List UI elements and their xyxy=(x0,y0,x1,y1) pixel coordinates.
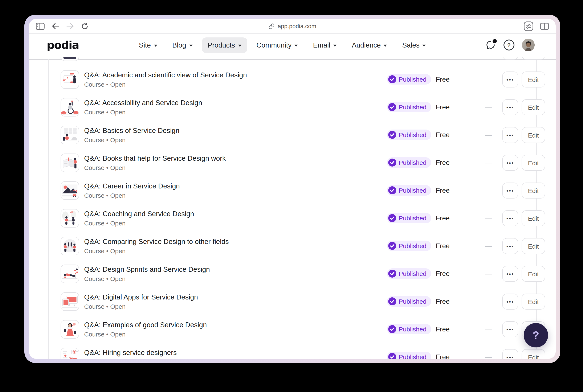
product-text: Q&A: Career in Service Design Course • O… xyxy=(84,182,387,199)
price-cell: Free xyxy=(436,326,474,333)
product-text: Q&A: Accessibility and Service Design Co… xyxy=(84,99,387,116)
check-circle-icon xyxy=(388,103,396,111)
price-cell: Free xyxy=(436,242,474,250)
edit-button[interactable]: Edit xyxy=(522,72,545,88)
nav-item-community[interactable]: Community xyxy=(250,37,304,53)
sales-cell: — xyxy=(474,214,502,222)
price-cell: Free xyxy=(436,214,474,222)
more-actions-button[interactable]: ••• xyxy=(502,182,518,198)
edit-button[interactable]: Edit xyxy=(522,182,545,198)
product-text: Q&A: Digital Apps for Service Design Cou… xyxy=(84,293,387,310)
edit-button[interactable]: Edit xyxy=(522,127,545,143)
more-actions-button[interactable]: ••• xyxy=(502,72,518,88)
price-cell: Free xyxy=(436,298,474,305)
product-row[interactable]: Q&A: Hiring service designers Course • O… xyxy=(29,343,556,359)
product-row[interactable]: Q&A: Coaching and Service Design Course … xyxy=(29,204,556,232)
product-row[interactable]: Q&A: Digital Apps for Service Design Cou… xyxy=(29,288,556,316)
status-badge-label: Published xyxy=(399,353,426,359)
status-badge-label: Published xyxy=(399,326,426,333)
nav-item-sales[interactable]: Sales xyxy=(396,37,432,53)
status-badge: Published xyxy=(387,102,431,112)
floating-help-button[interactable]: ? xyxy=(524,323,548,348)
status-cell: Published xyxy=(387,185,436,196)
check-circle-icon xyxy=(388,214,396,222)
nav-item-email[interactable]: Email xyxy=(307,37,342,53)
more-actions-button[interactable]: ••• xyxy=(502,321,518,337)
product-title: Q&A: Accessibility and Service Design xyxy=(84,99,387,107)
status-cell: Published xyxy=(387,157,436,168)
sliders-settings-icon[interactable] xyxy=(524,21,533,31)
chat-bubble-icon[interactable] xyxy=(486,40,496,50)
status-badge-label: Published xyxy=(399,187,426,194)
price-cell: Free xyxy=(436,353,474,359)
sales-cell: — xyxy=(474,131,502,139)
product-meta: Course • Open xyxy=(84,303,387,310)
product-row[interactable]: Q&A: Design Sprints and Service Design C… xyxy=(29,260,556,288)
sales-cell: — xyxy=(474,270,502,278)
price-cell: Free xyxy=(436,270,474,278)
product-row[interactable]: Q&A: Books that help for Service Design … xyxy=(29,149,556,177)
product-text: Q&A: Design Sprints and Service Design C… xyxy=(84,266,387,282)
edit-button[interactable]: Edit xyxy=(522,155,545,171)
status-cell: Published xyxy=(387,352,436,359)
podia-logo[interactable]: podia xyxy=(47,39,79,51)
product-title: Q&A: Digital Apps for Service Design xyxy=(84,293,387,301)
check-circle-icon xyxy=(388,297,396,305)
more-actions-button[interactable]: ••• xyxy=(502,210,518,226)
product-thumbnail xyxy=(60,70,79,89)
product-thumbnail xyxy=(60,154,79,172)
notification-dot xyxy=(492,39,497,43)
product-meta: Course • Open xyxy=(84,275,387,282)
price-cell: Free xyxy=(436,76,474,83)
address-bar[interactable]: app.podia.com xyxy=(29,19,556,33)
more-actions-button[interactable]: ••• xyxy=(502,238,518,254)
product-meta: Course • Open xyxy=(84,81,387,88)
product-row[interactable]: Q&A: Career in Service Design Course • O… xyxy=(29,177,556,204)
split-view-icon[interactable] xyxy=(540,22,549,30)
more-actions-button[interactable]: ••• xyxy=(502,294,518,310)
nav-item-blog[interactable]: Blog xyxy=(166,37,198,53)
edit-button[interactable]: Edit xyxy=(522,238,545,254)
price-cell: Free xyxy=(436,131,474,139)
more-actions-button[interactable]: ••• xyxy=(502,349,518,359)
chevron-down-icon xyxy=(422,44,426,46)
browser-toolbar: app.podia.com xyxy=(29,19,556,34)
status-badge: Published xyxy=(387,157,431,168)
more-actions-button[interactable]: ••• xyxy=(502,127,518,143)
product-row[interactable]: Q&A: Accessibility and Service Design Co… xyxy=(29,93,556,121)
user-avatar[interactable] xyxy=(522,39,535,51)
chevron-down-icon xyxy=(294,44,298,46)
status-badge-label: Published xyxy=(399,131,426,138)
more-actions-button[interactable]: ••• xyxy=(502,155,518,171)
edit-button[interactable]: Edit xyxy=(522,294,545,310)
edit-button[interactable]: Edit xyxy=(522,266,545,282)
sales-cell: — xyxy=(474,159,502,166)
product-row[interactable]: Q&A: Comparing Service Design to other f… xyxy=(29,232,556,260)
product-row[interactable]: Q&A: Examples of good Service Design Cou… xyxy=(29,316,556,343)
product-thumbnail xyxy=(60,98,79,116)
product-row[interactable]: Q&A: Academic and scientific view of Ser… xyxy=(29,66,556,93)
status-cell: Published xyxy=(387,130,436,140)
product-text: Q&A: Hiring service designers Course • O… xyxy=(84,349,387,359)
status-badge: Published xyxy=(387,130,431,140)
status-badge: Published xyxy=(387,213,431,223)
edit-button[interactable]: Edit xyxy=(522,210,545,226)
nav-item-site[interactable]: Site xyxy=(133,37,163,53)
desktop-background: app.podia.com podia Site Blog Products C… xyxy=(0,0,583,392)
product-row[interactable]: Q&A: Basics of Service Design Course • O… xyxy=(29,121,556,149)
nav-item-products[interactable]: Products xyxy=(202,37,247,53)
edit-button[interactable]: Edit xyxy=(522,99,545,115)
product-thumbnail xyxy=(60,348,79,359)
edit-button[interactable]: Edit xyxy=(522,349,545,359)
nav-item-audience[interactable]: Audience xyxy=(346,37,393,53)
status-badge-label: Published xyxy=(399,298,426,305)
url-text[interactable]: app.podia.com xyxy=(278,23,316,30)
more-actions-button[interactable]: ••• xyxy=(502,266,518,282)
status-badge-label: Published xyxy=(399,159,426,166)
sales-cell: — xyxy=(474,298,502,305)
product-meta: Course • Open xyxy=(84,164,387,171)
product-title: Q&A: Design Sprints and Service Design xyxy=(84,266,387,274)
product-title: Q&A: Books that help for Service Design … xyxy=(84,154,387,162)
help-circle-icon[interactable]: ? xyxy=(504,40,514,50)
more-actions-button[interactable]: ••• xyxy=(502,99,518,115)
